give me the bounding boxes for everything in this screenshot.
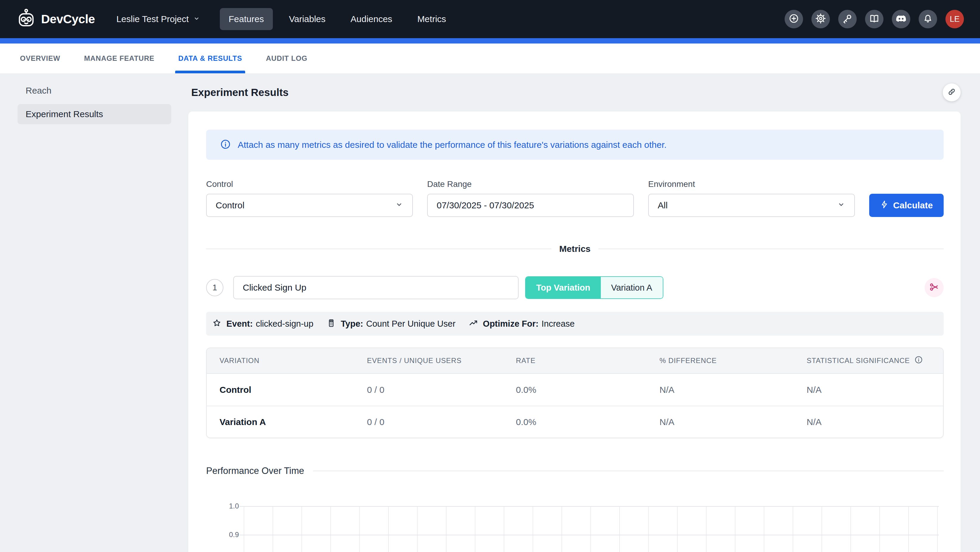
experiment-results-panel: Attach as many metrics as desired to val… (188, 112, 961, 552)
chevron-down-icon (193, 14, 200, 24)
chevron-down-icon (837, 200, 845, 211)
cell-variation: Control (207, 374, 354, 406)
metrics-divider: Metrics (206, 244, 943, 254)
optimize-value: Increase (541, 319, 574, 329)
calculate-button[interactable]: Calculate (869, 194, 943, 217)
results-table-header: VARIATION EVENTS / UNIQUE USERS RATE % D… (207, 348, 943, 374)
col-variation: VARIATION (207, 348, 354, 373)
main-column: Experiment Results Attach as many metric… (179, 73, 980, 552)
col-significance: STATISTICAL SIGNIFICANCE (794, 348, 943, 373)
bell-icon (923, 13, 933, 25)
gear-icon (815, 13, 826, 25)
metric-row: 1 Clicked Sign Up Top Variation Variatio… (206, 276, 943, 299)
discord-icon (896, 13, 907, 25)
notifications-button[interactable] (919, 10, 937, 28)
table-row-variation-a: Variation A 0 / 0 0.0% N/A N/A (207, 406, 943, 437)
devcycle-logo[interactable]: DevCycle (16, 8, 95, 30)
variation-toggle: Top Variation Variation A (525, 276, 663, 299)
environment-select-value: All (658, 200, 668, 211)
cell-events: 0 / 0 (354, 374, 503, 406)
primary-nav: Features Variables Audiences Metrics (220, 8, 455, 30)
event-value: clicked-sign-up (256, 319, 313, 329)
date-range-filter: Date Range 07/30/2025 - 07/30/2025 (427, 179, 634, 217)
cell-rate: 0.0% (503, 374, 647, 406)
metric-name-value: Clicked Sign Up (243, 282, 306, 293)
page-title: Experiment Results (191, 86, 289, 98)
cell-rate: 0.0% (503, 406, 647, 437)
copy-link-button[interactable] (943, 83, 961, 101)
nav-item-features[interactable]: Features (220, 8, 273, 30)
api-keys-button[interactable] (838, 10, 857, 28)
filters-row: Control Control Date Range 07/30/2025 - … (206, 179, 943, 217)
event-group: Event: clicked-sign-up (212, 318, 313, 329)
table-row-control: Control 0 / 0 0.0% N/A N/A (207, 374, 943, 406)
link-icon (947, 87, 956, 97)
remove-metric-button[interactable] (924, 278, 943, 297)
performance-title: Performance Over Time (206, 466, 304, 476)
project-name: Leslie Test Project (116, 14, 189, 24)
col-rate: RATE (503, 348, 647, 373)
col-difference: % DIFFERENCE (647, 348, 794, 373)
tab-overview[interactable]: OVERVIEW (20, 43, 60, 73)
type-group: Type: Count Per Unique User (326, 318, 455, 329)
date-range-input[interactable]: 07/30/2025 - 07/30/2025 (427, 194, 634, 217)
control-filter: Control Control (206, 179, 413, 217)
tab-data-results[interactable]: DATA & RESULTS (178, 43, 242, 73)
control-label: Control (206, 179, 413, 189)
environment-filter: Environment All (648, 179, 855, 217)
date-range-value: 07/30/2025 - 07/30/2025 (437, 200, 534, 211)
calculate-button-label: Calculate (893, 200, 933, 211)
cell-variation: Variation A (207, 406, 354, 437)
toggle-top-variation[interactable]: Top Variation (526, 277, 601, 298)
plus-circle-icon (789, 13, 799, 25)
cell-events: 0 / 0 (354, 406, 503, 437)
type-label: Type: (341, 319, 363, 329)
cell-difference: N/A (647, 374, 794, 406)
metric-name-input[interactable]: Clicked Sign Up (233, 276, 519, 299)
sidebar-item-reach[interactable]: Reach (18, 81, 171, 100)
content-area: Reach Experiment Results Experiment Resu… (0, 73, 980, 552)
settings-button[interactable] (811, 10, 830, 28)
tab-manage-feature[interactable]: MANAGE FEATURE (84, 43, 154, 73)
trending-up-icon (469, 318, 478, 329)
metrics-divider-label: Metrics (559, 244, 590, 254)
col-significance-label: STATISTICAL SIGNIFICANCE (807, 356, 910, 365)
cell-difference: N/A (647, 406, 794, 437)
book-icon (869, 13, 880, 25)
key-icon (842, 13, 853, 25)
info-icon (220, 139, 231, 151)
nav-item-audiences[interactable]: Audiences (342, 8, 401, 30)
info-banner: Attach as many metrics as desired to val… (206, 130, 943, 160)
user-avatar[interactable]: LE (945, 10, 964, 28)
cell-significance: N/A (794, 406, 943, 437)
control-select[interactable]: Control (206, 194, 413, 217)
info-circle-icon[interactable] (914, 355, 923, 366)
lightning-icon (880, 200, 889, 211)
nav-item-metrics[interactable]: Metrics (408, 8, 455, 30)
discord-button[interactable] (892, 10, 910, 28)
chevron-down-icon (395, 200, 403, 211)
environment-select[interactable]: All (648, 194, 855, 217)
feature-tabbar: OVERVIEW MANAGE FEATURE DATA & RESULTS A… (0, 43, 980, 73)
environment-label: Environment (648, 179, 855, 189)
calculator-icon (326, 318, 336, 329)
chart-y-axis: 1.00.9 (206, 506, 239, 552)
sidebar-item-experiment-results[interactable]: Experiment Results (18, 104, 171, 124)
type-value: Count Per Unique User (366, 319, 455, 329)
chart-plot (243, 506, 939, 552)
project-selector[interactable]: Leslie Test Project (116, 14, 200, 24)
docs-button[interactable] (865, 10, 883, 28)
toggle-variation-a[interactable]: Variation A (601, 277, 663, 298)
star-icon (212, 318, 222, 329)
create-button[interactable] (784, 10, 803, 28)
results-sidebar: Reach Experiment Results (0, 73, 179, 552)
accent-bar (0, 38, 980, 43)
nav-item-variables[interactable]: Variables (280, 8, 334, 30)
results-table: VARIATION EVENTS / UNIQUE USERS RATE % D… (206, 348, 943, 438)
metric-index-badge: 1 (206, 279, 223, 296)
brand-name: DevCycle (41, 12, 95, 26)
tab-audit-log[interactable]: AUDIT LOG (266, 43, 307, 73)
robot-logo-icon (16, 8, 37, 30)
date-range-label: Date Range (427, 179, 634, 189)
cell-significance: N/A (794, 374, 943, 406)
